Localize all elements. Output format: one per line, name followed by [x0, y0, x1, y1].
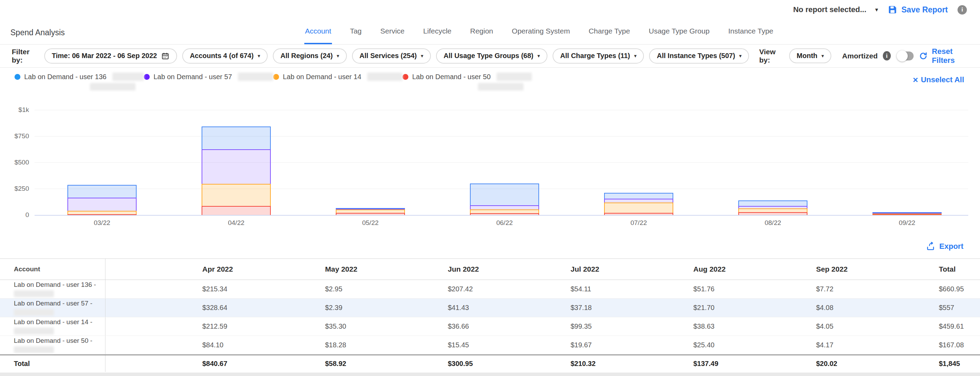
save-report-button[interactable]: Save Report: [888, 5, 948, 14]
legend-item-lab-on-demand-user-14[interactable]: Lab on Demand - user 14: [273, 73, 402, 90]
gridline: [35, 162, 968, 163]
bar-08-22[interactable]: [738, 200, 807, 215]
bar-segment-lab-on-demand-user-136[interactable]: [604, 193, 673, 198]
column-header-may-2022: May 2022: [315, 265, 438, 273]
value-cell: $19.67: [560, 341, 683, 349]
legend-item-line: Lab on Demand - user 136: [14, 73, 144, 81]
bar-segment-lab-on-demand-user-57[interactable]: [738, 206, 807, 208]
tab-tag[interactable]: Tag: [349, 19, 363, 44]
filter-pill-all-usage-type-groups[interactable]: All Usage Type Groups (68)▾: [436, 48, 547, 63]
amortized-toggle[interactable]: [897, 51, 913, 60]
filter-pill-all-regions[interactable]: All Regions (24)▾: [273, 48, 347, 63]
filter-pill-all-charge-types[interactable]: All Charge Types (11)▾: [553, 48, 644, 63]
bar-09-22[interactable]: [872, 212, 942, 215]
bar-segment-lab-on-demand-user-50[interactable]: [67, 214, 137, 215]
amortized-label: Amortized: [842, 52, 878, 60]
redacted-text: [496, 73, 532, 81]
bar-segment-lab-on-demand-user-136[interactable]: [470, 184, 539, 205]
bar-segment-lab-on-demand-user-50[interactable]: [336, 213, 405, 215]
filter-pill-all-services[interactable]: All Services (254)▾: [352, 48, 431, 63]
bar-03-22[interactable]: [67, 185, 137, 215]
bar-segment-lab-on-demand-user-50[interactable]: [738, 212, 807, 215]
bar-segment-lab-on-demand-user-136[interactable]: [67, 185, 137, 198]
value-cell: $15.45: [438, 341, 560, 349]
filter-pill-label: Accounts 4 (of 674): [190, 52, 253, 60]
bar-segment-lab-on-demand-user-50[interactable]: [470, 213, 539, 215]
value-cell: $25.40: [683, 341, 806, 349]
table-row[interactable]: Lab on Demand - user 14 -$212.59$35.30$3…: [0, 317, 980, 336]
bar-segment-lab-on-demand-user-57[interactable]: [604, 199, 673, 203]
legend-item-lab-on-demand-user-57[interactable]: Lab on Demand - user 57: [144, 73, 273, 90]
tab-service[interactable]: Service: [380, 19, 405, 44]
table-row[interactable]: Lab on Demand - user 50 -$84.10$18.28$15…: [0, 336, 980, 355]
report-selector[interactable]: No report selected... ▾: [793, 5, 878, 14]
filter-pill-accounts-4[interactable]: Accounts 4 (of 674)▾: [182, 48, 268, 63]
export-label: Export: [939, 242, 963, 251]
tab-region[interactable]: Region: [469, 19, 494, 44]
tab-instance-type[interactable]: Instance Type: [727, 19, 774, 44]
bar-06-22[interactable]: [470, 184, 539, 215]
bar-segment-lab-on-demand-user-14[interactable]: [202, 184, 271, 206]
bar-segment-lab-on-demand-user-50[interactable]: [604, 213, 673, 215]
redacted-text: [14, 328, 54, 335]
column-header-sep-2022: Sep 2022: [806, 265, 929, 273]
bar-segment-lab-on-demand-user-57[interactable]: [202, 149, 271, 184]
bar-segment-lab-on-demand-user-50[interactable]: [202, 206, 271, 215]
account-cell: Lab on Demand - user 136 -: [0, 280, 105, 298]
x-axis-tick: 09/22: [872, 219, 942, 227]
tab-charge-type[interactable]: Charge Type: [588, 19, 631, 44]
close-icon: ×: [913, 76, 918, 84]
filter-pill-time-06-mar-2022-06-sep-2022[interactable]: Time: 06 Mar 2022 - 06 Sep 2022: [44, 48, 177, 63]
total-value-cell: $210.32: [560, 360, 683, 368]
save-report-label: Save Report: [902, 5, 948, 14]
tab-operating-system[interactable]: Operating System: [511, 19, 571, 44]
view-by-select[interactable]: Month ▾: [789, 48, 832, 63]
gridline: [35, 215, 968, 216]
value-cell: $212.59: [192, 322, 315, 330]
legend-item-lab-on-demand-user-50[interactable]: Lab on Demand - user 50: [402, 73, 532, 90]
bar-04-22[interactable]: [202, 127, 271, 215]
table-row[interactable]: Lab on Demand - user 136 -$215.34$2.95$2…: [0, 280, 980, 298]
info-icon[interactable]: i: [958, 5, 967, 14]
account-cell: Lab on Demand - user 14 -: [0, 317, 105, 336]
bar-05-22[interactable]: [336, 208, 405, 215]
bar-segment-lab-on-demand-user-50[interactable]: [872, 214, 942, 215]
tab-usage-type-group[interactable]: Usage Type Group: [648, 19, 710, 44]
tab-lifecycle[interactable]: Lifecycle: [423, 19, 452, 44]
filter-pill-label: Time: 06 Mar 2022 - 06 Sep 2022: [52, 52, 157, 60]
bar-segment-lab-on-demand-user-14[interactable]: [67, 211, 137, 214]
amortized-info-icon[interactable]: i: [883, 51, 891, 60]
value-cell: $36.66: [438, 322, 560, 330]
bar-segment-lab-on-demand-user-14[interactable]: [470, 209, 539, 213]
account-name: Lab on Demand - user 50 -: [14, 337, 105, 344]
table-header-row: AccountApr 2022May 2022Jun 2022Jul 2022A…: [0, 259, 980, 280]
table-total-row: Total$840.67$58.92$300.95$210.32$137.49$…: [0, 355, 980, 372]
export-button[interactable]: Export: [926, 242, 963, 251]
unselect-all-button[interactable]: × Unselect All: [913, 75, 964, 84]
reset-filters-button[interactable]: Reset Filters: [919, 47, 968, 65]
x-axis-tick: 07/22: [604, 219, 673, 227]
table-row[interactable]: Lab on Demand - user 57 -$328.64$2.39$41…: [0, 298, 980, 317]
value-cell: $18.28: [315, 341, 438, 349]
x-axis-tick: 04/22: [202, 219, 271, 227]
bar-segment-lab-on-demand-user-57[interactable]: [470, 205, 539, 210]
column-header-label: Account: [14, 265, 105, 273]
bar-segment-lab-on-demand-user-14[interactable]: [336, 209, 405, 213]
header-row: Spend Analysis AccountTagServiceLifecycl…: [0, 19, 980, 44]
horizontal-scrollbar[interactable]: [0, 373, 980, 376]
bar-segment-lab-on-demand-user-57[interactable]: [67, 198, 137, 211]
filter-pill-all-instance-types[interactable]: All Instance Types (507)▾: [649, 48, 749, 63]
value-cell: $2.39: [315, 304, 438, 312]
tab-account[interactable]: Account: [304, 19, 332, 44]
bar-segment-lab-on-demand-user-136[interactable]: [202, 127, 271, 149]
bar-07-22[interactable]: [604, 193, 673, 215]
bar-segment-lab-on-demand-user-136[interactable]: [738, 200, 807, 206]
total-value-cell: $20.02: [806, 360, 929, 368]
bar-segment-lab-on-demand-user-14[interactable]: [738, 208, 807, 213]
bar-segment-lab-on-demand-user-14[interactable]: [604, 203, 673, 213]
chevron-down-icon: ▾: [739, 53, 742, 59]
legend-item-lab-on-demand-user-136[interactable]: Lab on Demand - user 136: [14, 73, 144, 90]
account-name: Lab on Demand - user 136 -: [14, 281, 105, 289]
column-header-account: Account: [0, 259, 105, 279]
chevron-down-icon: ▾: [875, 6, 878, 13]
